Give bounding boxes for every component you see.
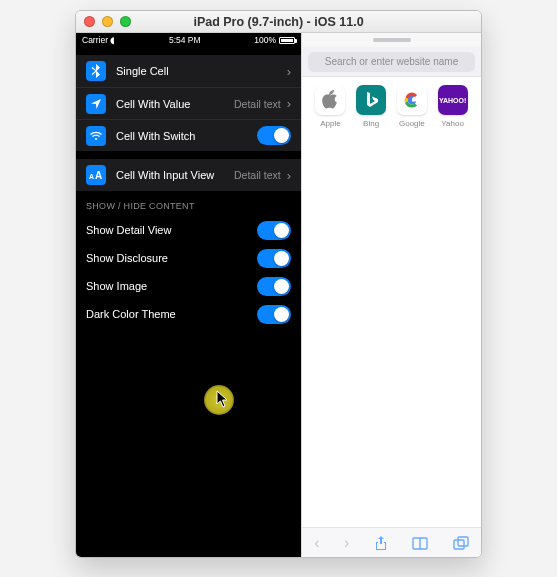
safari-toolbar: ‹ › — [302, 527, 481, 557]
favorite-label: Yahoo — [441, 119, 464, 128]
chevron-right-icon: › — [287, 169, 291, 182]
cell-label: Cell With Switch — [116, 130, 257, 142]
scroll-indicator — [478, 285, 481, 329]
tabs-icon[interactable] — [453, 536, 469, 550]
group-toggles: Show Detail View Show Disclosure Show Im… — [76, 216, 301, 328]
app-pane: Carrier ◖ 5:54 PM 100% Single Cell › — [76, 33, 301, 557]
chevron-right-icon: › — [287, 97, 291, 110]
cell-label: Single Cell — [116, 65, 285, 77]
toggle-label: Show Image — [86, 280, 257, 292]
switch-toggle[interactable] — [257, 126, 291, 145]
favorite-apple[interactable]: Apple — [310, 85, 351, 128]
switch-toggle[interactable] — [257, 305, 291, 324]
address-bar: Search or enter website name — [302, 47, 481, 77]
safari-pane: Search or enter website name Apple Bing — [301, 33, 481, 557]
cell-label: Cell With Input View — [116, 169, 234, 181]
favorite-bing[interactable]: Bing — [351, 85, 392, 128]
share-icon[interactable] — [374, 535, 388, 551]
wifi-icon: ◖ — [110, 35, 115, 45]
group-2: AA Cell With Input View Detail text › — [76, 159, 301, 191]
back-icon[interactable]: ‹ — [314, 534, 319, 552]
svg-text:A: A — [95, 170, 102, 180]
window-title: iPad Pro (9.7-inch) - iOS 11.0 — [76, 15, 481, 29]
carrier-label: Carrier ◖ — [82, 35, 115, 45]
status-bar: Carrier ◖ 5:54 PM 100% — [76, 33, 301, 47]
bluetooth-icon — [86, 61, 106, 81]
bing-icon — [356, 85, 386, 115]
zoom-icon[interactable] — [120, 16, 131, 27]
switch-toggle[interactable] — [257, 221, 291, 240]
svg-text:A: A — [89, 173, 94, 180]
cell-with-switch[interactable]: Cell With Switch — [76, 119, 301, 151]
cell-input-view[interactable]: AA Cell With Input View Detail text › — [76, 159, 301, 191]
minimize-icon[interactable] — [102, 16, 113, 27]
toggle-label: Show Disclosure — [86, 252, 257, 264]
favorite-yahoo[interactable]: YAHOO! Yahoo — [432, 85, 473, 128]
forward-icon[interactable]: › — [344, 534, 349, 552]
favorite-google[interactable]: Google — [392, 85, 433, 128]
toggle-image[interactable]: Show Image — [76, 272, 301, 300]
wifi-icon — [86, 126, 106, 146]
battery-icon — [279, 37, 295, 44]
cell-with-value[interactable]: Cell With Value Detail text › — [76, 87, 301, 119]
section-header: Show / Hide Content — [76, 191, 301, 216]
switch-toggle[interactable] — [257, 277, 291, 296]
apple-icon — [315, 85, 345, 115]
group-1: Single Cell › Cell With Value Detail tex… — [76, 55, 301, 151]
favorite-label: Apple — [320, 119, 340, 128]
chevron-right-icon: › — [287, 65, 291, 78]
toggle-label: Show Detail View — [86, 224, 257, 236]
simulator-window: iPad Pro (9.7-inch) - iOS 11.0 Carrier ◖… — [75, 10, 482, 558]
cell-detail: Detail text — [234, 98, 281, 110]
toggle-label: Dark Color Theme — [86, 308, 257, 320]
cell-single[interactable]: Single Cell › — [76, 55, 301, 87]
switch-toggle[interactable] — [257, 249, 291, 268]
bookmarks-icon[interactable] — [412, 536, 428, 550]
yahoo-icon: YAHOO! — [438, 85, 468, 115]
close-icon[interactable] — [84, 16, 95, 27]
svg-rect-5 — [458, 537, 468, 546]
clock: 5:54 PM — [169, 35, 201, 45]
cursor-highlight — [204, 385, 234, 415]
favorite-label: Bing — [363, 119, 379, 128]
traffic-lights — [84, 16, 131, 27]
google-icon — [397, 85, 427, 115]
toggle-disclosure[interactable]: Show Disclosure — [76, 244, 301, 272]
location-icon — [86, 94, 106, 114]
favorites-grid: Apple Bing Google — [302, 77, 481, 527]
toggle-detail-view[interactable]: Show Detail View — [76, 216, 301, 244]
text-size-icon: AA — [86, 165, 106, 185]
cell-detail: Detail text — [234, 169, 281, 181]
split-handle[interactable] — [302, 33, 481, 47]
cell-label: Cell With Value — [116, 98, 234, 110]
toggle-dark-theme[interactable]: Dark Color Theme — [76, 300, 301, 328]
battery-percent: 100% — [254, 35, 276, 45]
favorite-label: Google — [399, 119, 425, 128]
grabber-icon — [373, 38, 411, 42]
svg-rect-4 — [454, 540, 464, 549]
search-input[interactable]: Search or enter website name — [308, 52, 475, 72]
titlebar[interactable]: iPad Pro (9.7-inch) - iOS 11.0 — [76, 11, 481, 33]
